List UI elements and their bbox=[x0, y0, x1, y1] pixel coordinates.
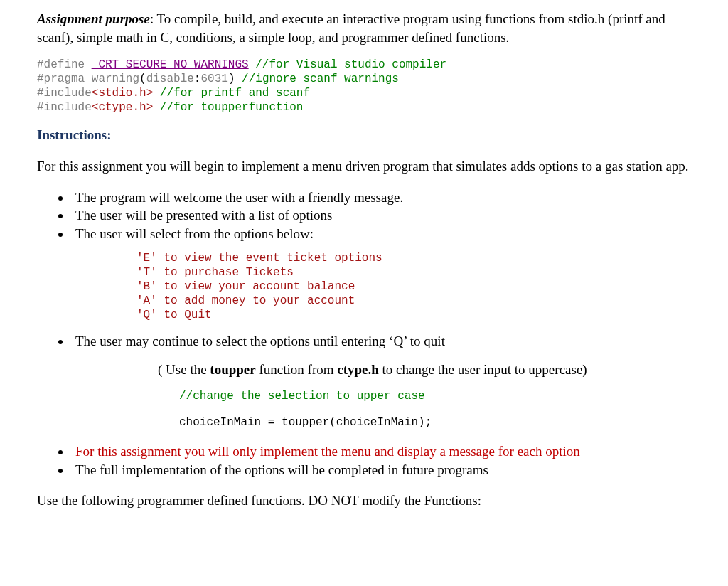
list-item: The user will select from the options be… bbox=[71, 225, 691, 243]
list-item: The user may continue to select the opti… bbox=[71, 332, 691, 351]
list-item: The user will be presented with a list o… bbox=[71, 206, 691, 225]
list-item: The full implementation of the options w… bbox=[71, 461, 691, 479]
assignment-purpose: Assignment purpose: To compile, build, a… bbox=[37, 10, 691, 46]
bullet-list-bottom: For this assignment you will only implem… bbox=[37, 442, 691, 479]
bullet-list-continue: The user may continue to select the opti… bbox=[37, 332, 691, 351]
toupper-code-line: choiceInMain = toupper(choiceInMain); bbox=[179, 415, 691, 431]
list-item: For this assignment you will only implem… bbox=[71, 442, 691, 461]
preprocessor-code: #define _CRT_SECURE_NO_WARNINGS //for Vi… bbox=[37, 58, 691, 114]
intro-paragraph: For this assignment you will begin to im… bbox=[37, 157, 691, 176]
toupper-note: ( Use the toupper function from ctype.h … bbox=[158, 361, 691, 379]
instructions-heading: Instructions: bbox=[37, 126, 691, 144]
list-item: The program will welcome the user with a… bbox=[71, 188, 691, 207]
menu-options-code: 'E' to view the event ticket options 'T'… bbox=[136, 251, 691, 322]
purpose-label: Assignment purpose bbox=[37, 11, 150, 26]
footer-instruction: Use the following programmer defined fun… bbox=[37, 491, 691, 510]
bullet-list-top: The program will welcome the user with a… bbox=[37, 188, 691, 243]
change-selection-comment: //change the selection to upper case bbox=[179, 389, 691, 405]
